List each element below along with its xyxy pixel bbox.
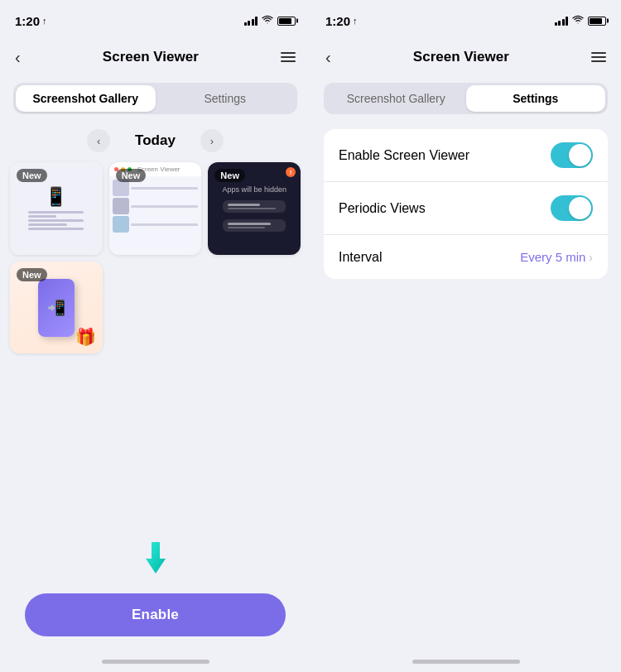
right-back-button[interactable]: ‹ [325, 48, 331, 67]
date-prev-button[interactable]: ‹ [87, 129, 110, 152]
periodic-views-toggle[interactable] [551, 195, 593, 221]
right-nav-bar: ‹ Screen Viewer [310, 36, 621, 78]
interval-value: Every 5 min › [520, 250, 593, 264]
right-menu-button[interactable] [591, 52, 606, 62]
left-nav-bar: ‹ Screen Viewer [0, 36, 310, 78]
left-signal-icon [244, 16, 258, 26]
right-tab-gallery[interactable]: Screenshot Gallery [326, 85, 466, 112]
interval-text: Every 5 min [520, 250, 585, 264]
right-tab-selector: Screenshot Gallery Settings [324, 83, 608, 114]
text-lines-1 [28, 211, 84, 230]
toggle-knob-1 [569, 144, 591, 166]
left-phone-panel: 1:20 ↑ ‹ Scr [0, 0, 310, 672]
new-badge-3: New [214, 169, 245, 182]
enable-screen-viewer-label: Enable Screen Viewer [339, 148, 469, 163]
settings-row-periodic: Periodic Views [324, 181, 608, 234]
left-status-time: 1:20 ↑ [15, 14, 47, 28]
date-label: Today [135, 132, 176, 149]
left-back-button[interactable]: ‹ [15, 48, 21, 67]
left-menu-button[interactable] [281, 52, 296, 62]
phone-3d-icon: 📲 [38, 279, 75, 337]
right-time-text: 1:20 [325, 14, 350, 28]
left-time-text: 1:20 [15, 14, 40, 28]
left-status-icons [244, 15, 296, 26]
right-status-bar: 1:20 ↑ [310, 0, 621, 36]
left-location-icon: ↑ [42, 16, 47, 26]
screenshot-item-1[interactable]: New 📱 [10, 162, 103, 255]
enable-screen-viewer-toggle[interactable] [551, 142, 593, 168]
right-status-icons [555, 15, 607, 26]
settings-card: Enable Screen Viewer Periodic Views Inte… [324, 129, 608, 279]
left-nav-title: Screen Viewer [103, 49, 199, 65]
screenshot-grid: New 📱 New [0, 162, 310, 353]
left-home-indicator [102, 660, 209, 664]
right-signal-icon [555, 16, 569, 26]
date-nav: ‹ Today › [0, 119, 310, 162]
screenshot-item-3[interactable]: New ! Apps will be hidden [208, 162, 301, 255]
right-tab-settings[interactable]: Settings [466, 85, 606, 112]
right-phone-panel: 1:20 ↑ ‹ Scr [310, 0, 621, 672]
device-icon-1: 📱 [45, 186, 67, 208]
toggle-knob-2 [569, 197, 591, 219]
new-badge-2: New [116, 169, 147, 182]
settings-row-interval[interactable]: Interval Every 5 min › [324, 234, 608, 279]
left-battery-icon [277, 17, 296, 26]
right-home-indicator [412, 660, 520, 664]
notification-badge: ! [286, 167, 296, 177]
bottom-section: Enable [0, 519, 310, 653]
chevron-right-icon: › [589, 251, 593, 264]
right-nav-title: Screen Viewer [413, 49, 509, 65]
periodic-views-label: Periodic Views [339, 201, 426, 216]
interval-label: Interval [339, 250, 382, 265]
date-next-button[interactable]: › [200, 129, 224, 152]
left-tab-settings[interactable]: Settings [156, 85, 296, 112]
new-badge-4: New [17, 268, 47, 281]
new-badge-1: New [17, 169, 47, 182]
gift-icon: 🎁 [75, 327, 96, 347]
left-wifi-icon [262, 15, 273, 26]
left-tab-selector: Screenshot Gallery Settings [13, 83, 297, 114]
screenshot-item-4[interactable]: New 📲 🎁 [10, 262, 103, 354]
settings-content: Enable Screen Viewer Periodic Views Inte… [310, 119, 621, 653]
left-status-bar: 1:20 ↑ [0, 0, 310, 36]
settings-row-enable: Enable Screen Viewer [324, 129, 608, 181]
arrow-down-icon [136, 535, 176, 582]
right-status-time: 1:20 ↑ [325, 14, 358, 28]
left-tab-gallery[interactable]: Screenshot Gallery [16, 85, 156, 112]
right-battery-icon [588, 17, 606, 26]
right-location-icon: ↑ [353, 16, 358, 26]
screenshot-item-2[interactable]: New Screen Viewer [109, 162, 202, 255]
gallery-content: ‹ Today › New 📱 [0, 119, 310, 653]
right-wifi-icon [572, 15, 584, 26]
enable-button[interactable]: Enable [25, 593, 286, 636]
